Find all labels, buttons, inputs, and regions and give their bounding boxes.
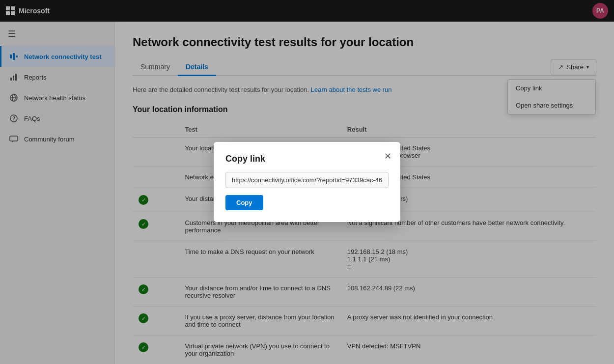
modal-title: Copy link: [225, 154, 389, 164]
modal-url-input[interactable]: [225, 172, 389, 188]
modal-close-button[interactable]: ✕: [382, 149, 393, 164]
modal-copy-button[interactable]: Copy: [225, 195, 263, 210]
copy-link-modal: Copy link ✕ Copy: [214, 142, 400, 222]
modal-overlay[interactable]: Copy link ✕ Copy: [0, 0, 614, 364]
